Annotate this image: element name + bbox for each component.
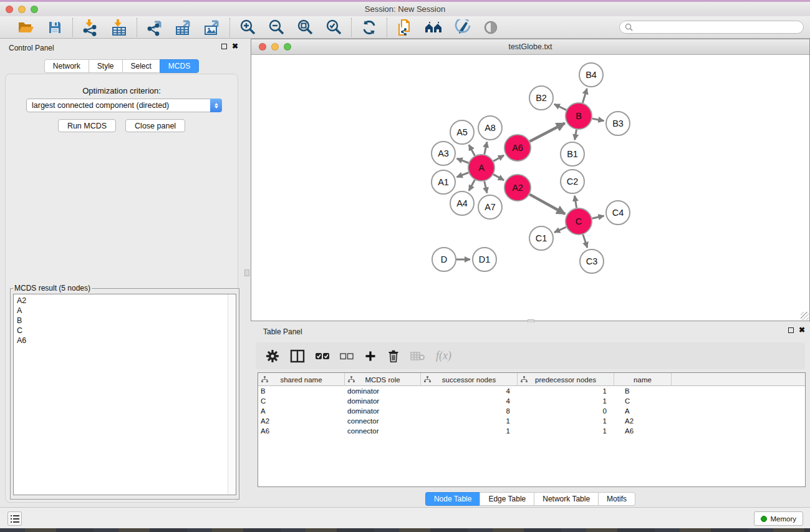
graph-node-A5[interactable]: A5 xyxy=(450,120,474,144)
graph-edge-C-C1[interactable] xyxy=(554,227,566,233)
table-cell[interactable]: 1 xyxy=(421,427,518,435)
table-cell[interactable]: 0 xyxy=(518,407,614,415)
graph-node-B2[interactable]: B2 xyxy=(529,86,553,110)
table-cell[interactable]: dominator xyxy=(345,397,421,405)
table-cell[interactable]: 1 xyxy=(518,397,614,405)
table-cell[interactable]: dominator xyxy=(345,407,421,415)
table-cell[interactable]: 1 xyxy=(518,427,614,435)
memory-button[interactable]: Memory xyxy=(754,511,803,526)
table-cell[interactable]: 4 xyxy=(421,397,518,405)
graph-edge-A-A8[interactable] xyxy=(485,142,487,154)
table-cell[interactable]: dominator xyxy=(345,387,421,395)
graph-node-B[interactable]: B xyxy=(566,103,592,129)
table-cell[interactable]: A xyxy=(258,407,345,415)
zoom-fit-icon[interactable] xyxy=(296,18,314,37)
graph-node-A7[interactable]: A7 xyxy=(478,195,502,219)
graph-node-B1[interactable]: B1 xyxy=(561,142,584,166)
settings-gear-icon[interactable] xyxy=(266,348,279,364)
graph-node-C4[interactable]: C4 xyxy=(606,201,630,225)
export-image-icon[interactable] xyxy=(203,18,221,37)
graph-node-A1[interactable]: A1 xyxy=(432,170,455,194)
delete-columns-trash-icon[interactable] xyxy=(387,348,400,364)
graph-edge-A-A6[interactable] xyxy=(493,155,504,161)
table-row[interactable]: A2connector11A2 xyxy=(258,416,805,426)
graph-edge-B-B4[interactable] xyxy=(582,89,587,103)
table-row[interactable]: Bdominator41B xyxy=(258,386,805,396)
network-window-titlebar[interactable]: testGlobe.txt xyxy=(251,39,809,55)
zoom-selected-icon[interactable] xyxy=(324,18,343,37)
tab-motifs[interactable]: Motifs xyxy=(598,492,635,506)
network-overview-icon[interactable] xyxy=(424,18,443,37)
import-table-icon[interactable] xyxy=(110,18,128,37)
import-network-icon[interactable] xyxy=(81,18,100,37)
select-all-icon[interactable] xyxy=(316,348,329,364)
graph-node-D1[interactable]: D1 xyxy=(473,248,496,271)
panel-splitter[interactable] xyxy=(243,39,251,507)
table-cell[interactable]: 1 xyxy=(518,387,614,395)
zoom-out-icon[interactable] xyxy=(267,18,286,37)
network-canvas[interactable]: B4B2BB3A5A8A6A3B1AA1C2A2A4A7C4CC1C3DD1 xyxy=(251,55,809,321)
graph-edge-C-C2[interactable] xyxy=(575,196,577,208)
table-row[interactable]: Cdominator41C xyxy=(258,396,805,406)
graph-node-A8[interactable]: A8 xyxy=(478,116,502,140)
graph-node-B4[interactable]: B4 xyxy=(579,63,603,87)
graph-node-C3[interactable]: C3 xyxy=(580,249,604,273)
open-file-icon[interactable] xyxy=(17,18,36,37)
graph-node-C1[interactable]: C1 xyxy=(529,226,553,250)
graph-node-A4[interactable]: A4 xyxy=(450,191,474,215)
column-header-successor-nodes[interactable]: successor nodes xyxy=(421,373,518,386)
graph-node-A6[interactable]: A6 xyxy=(504,135,531,161)
float-panel-icon[interactable] xyxy=(788,327,794,333)
close-panel-button[interactable]: Close panel xyxy=(125,119,185,132)
tab-select[interactable]: Select xyxy=(122,59,160,73)
table-cell[interactable]: C xyxy=(258,397,345,405)
table-cell[interactable]: A6 xyxy=(614,427,672,435)
optimization-criterion-select[interactable]: largest connected component (directed) xyxy=(26,99,222,112)
graph-edge-B-B1[interactable] xyxy=(575,130,577,140)
close-panel-icon[interactable]: ✖ xyxy=(232,43,238,49)
float-panel-icon[interactable] xyxy=(221,44,227,49)
table-cell[interactable]: A2 xyxy=(258,417,345,425)
save-session-icon[interactable] xyxy=(46,18,64,37)
column-header-predecessor-nodes[interactable]: predecessor nodes xyxy=(518,373,614,386)
table-row[interactable]: A6connector11A6 xyxy=(258,426,805,436)
tab-network[interactable]: Network xyxy=(44,59,89,73)
graph-edge-A-A2[interactable] xyxy=(493,175,504,180)
tab-mcds[interactable]: MCDS xyxy=(160,59,199,73)
mcds-result-item[interactable]: B xyxy=(14,316,236,326)
graph-edge-A-A7[interactable] xyxy=(485,181,487,193)
search-box[interactable] xyxy=(619,21,804,34)
export-network-icon[interactable] xyxy=(145,18,164,37)
zoom-in-icon[interactable] xyxy=(238,18,257,37)
graph-node-B3[interactable]: B3 xyxy=(606,112,630,135)
table-cell[interactable]: connector xyxy=(345,417,421,425)
graph-edge-B-B2[interactable] xyxy=(554,104,566,110)
deselect-all-icon[interactable] xyxy=(340,348,354,364)
mcds-result-item[interactable]: C xyxy=(14,326,236,336)
graph-edge-A6-B[interactable] xyxy=(530,123,565,142)
run-mcds-button[interactable]: Run MCDS xyxy=(58,119,116,132)
table-cell[interactable]: 1 xyxy=(421,417,518,425)
graph-edge-C-C3[interactable] xyxy=(583,235,587,248)
column-header-shared-name[interactable]: shared name xyxy=(258,373,345,386)
graph-node-C2[interactable]: C2 xyxy=(561,170,584,193)
toggle-panel-layout-icon[interactable] xyxy=(290,348,305,364)
graph-node-C[interactable]: C xyxy=(566,208,592,235)
column-header-MCDS-role[interactable]: MCDS role xyxy=(345,373,421,386)
column-header-name[interactable]: name xyxy=(614,373,672,386)
add-column-icon[interactable] xyxy=(364,348,377,364)
graph-node-A[interactable]: A xyxy=(468,155,494,181)
graph-edge-B-B3[interactable] xyxy=(592,118,604,121)
graph-node-A2[interactable]: A2 xyxy=(504,175,531,201)
table-cell[interactable]: 8 xyxy=(421,407,518,415)
table-cell[interactable]: A2 xyxy=(614,417,672,425)
graph-edge-C-C4[interactable] xyxy=(592,216,604,218)
scrollbar[interactable] xyxy=(228,294,236,495)
task-history-button[interactable] xyxy=(7,511,22,526)
table-cell[interactable]: 1 xyxy=(518,417,614,425)
graph-node-A3[interactable]: A3 xyxy=(432,142,455,165)
resize-grip-icon[interactable] xyxy=(801,312,809,320)
splitter-handle[interactable] xyxy=(244,269,249,276)
close-panel-icon[interactable]: ✖ xyxy=(799,327,805,333)
tab-edge-table[interactable]: Edge Table xyxy=(480,492,534,506)
